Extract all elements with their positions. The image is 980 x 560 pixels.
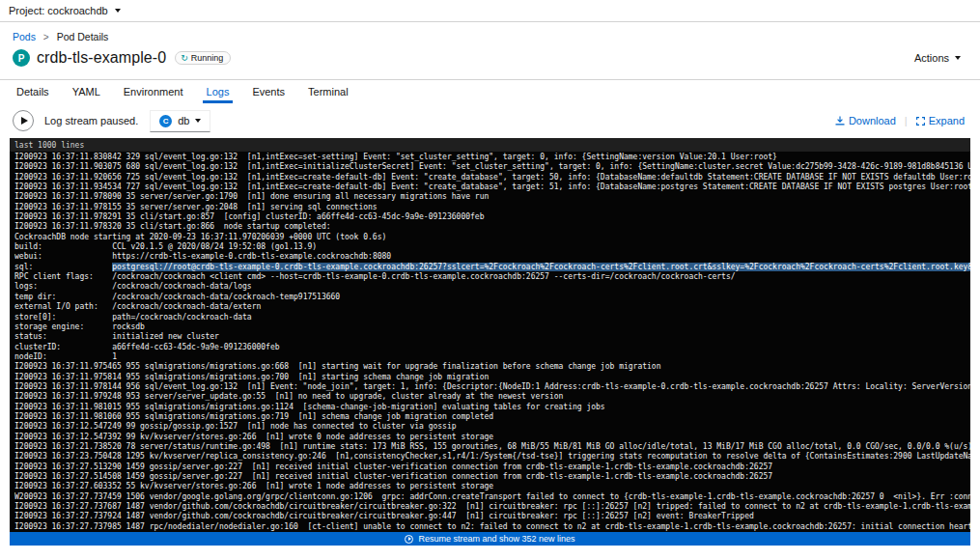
expand-icon [916, 117, 925, 126]
expand-button-label: Expand [929, 115, 965, 126]
log-stream-status-text: Log stream paused. [44, 115, 138, 126]
log-line: I200923 16:37:27.603352 55 kv/kvserver/s… [14, 482, 970, 491]
log-line: I200923 16:37:11.979248 953 server/serve… [14, 392, 970, 402]
log-line: I200923 16:37:11.934534 727 sql/event_lo… [14, 182, 970, 192]
status-badge-label: Running [191, 53, 224, 63]
log-line: sql: postgresql://root@crdb-tls-example-… [14, 263, 970, 272]
log-line: I200923 16:37:11.978320 35 cli/start.go:… [14, 222, 970, 232]
download-button[interactable]: Download [835, 115, 896, 126]
log-line: logs: /cockroach/cockroach-data/logs [14, 282, 970, 292]
log-line: status: initialized new cluster [14, 332, 970, 342]
download-button-label: Download [849, 115, 896, 126]
log-viewer[interactable]: last 1000 lines I200923 16:37:11.830842 … [10, 138, 970, 546]
log-line: W200923 16:37:27.737459 1506 vendor/goog… [14, 492, 970, 502]
log-toolbar: Log stream paused. C db Download | Expan… [0, 103, 980, 138]
log-line: storage engine: rocksdb [14, 322, 970, 332]
project-selector[interactable]: Project: cockroachdb [9, 5, 121, 16]
actions-dropdown-label: Actions [914, 52, 949, 64]
log-line: external I/O path: /cockroach/cockroach-… [14, 302, 970, 312]
log-line: I200923 16:37:11.830842 329 sql/event_lo… [14, 153, 970, 162]
chevron-down-icon [115, 9, 121, 13]
log-line: I200923 16:37:11.920656 725 sql/event_lo… [14, 173, 970, 182]
log-line: RPC client flags: /cockroach/cockroach <… [14, 272, 970, 282]
tab-environment[interactable]: Environment [120, 80, 187, 103]
expand-button[interactable]: Expand [916, 115, 965, 126]
pod-resource-badge: P [13, 49, 30, 67]
chevron-down-icon [195, 119, 201, 123]
log-line: I200923 16:37:12.547249 99 gossip/gossip… [14, 422, 970, 432]
play-circle-icon [405, 535, 413, 544]
page-title: crdb-tls-example-0 [37, 49, 166, 67]
log-line: I200923 16:37:11.981060 955 sqlmigration… [14, 412, 970, 422]
log-line: temp dir: /cockroach/cockroach-data/cock… [14, 293, 970, 302]
log-line: webui: https://crdb-tls-example-0.crdb-t… [14, 252, 970, 262]
breadcrumb: Pods > Pod Details [0, 22, 980, 43]
log-toolbar-right: Download | Expand [835, 115, 965, 126]
log-line: I200923 16:37:27.737985 1487 rpc/nodedia… [14, 522, 970, 532]
log-line: nodeID: 1 [14, 352, 970, 362]
log-line: I200923 16:37:27.737687 1487 vendor/gith… [14, 502, 970, 512]
log-line: CockroachDB node starting at 2020-09-23 … [14, 233, 970, 242]
breadcrumb-separator: > [43, 32, 49, 42]
tab-terminal[interactable]: Terminal [304, 80, 352, 103]
log-line: I200923 16:37:11.903075 680 sql/event_lo… [14, 162, 970, 172]
log-line: I200923 16:37:11.978090 35 server/server… [14, 192, 970, 202]
log-line: I200923 16:37:11.978144 956 sql/event_lo… [14, 382, 970, 392]
download-icon [835, 116, 845, 126]
tab-events[interactable]: Events [248, 80, 289, 103]
log-line-count-header: last 1000 lines [10, 138, 970, 152]
log-lines: I200923 16:37:11.830842 329 sql/event_lo… [10, 152, 970, 532]
log-line: I200923 16:37:11.978155 35 server/server… [14, 203, 970, 212]
container-selector-value: db [178, 115, 189, 126]
log-line: store[0]: path=/cockroach/cockroach-data [14, 313, 970, 322]
resume-log-stream-button[interactable] [13, 110, 34, 131]
container-selector[interactable]: C db [150, 110, 210, 132]
log-line: I200923 16:37:11.981015 955 sqlmigration… [14, 403, 970, 412]
container-badge-icon: C [159, 115, 172, 127]
tab-details[interactable]: Details [13, 80, 53, 103]
log-line: clusterID: a66ffe4d-cc63-45dc-9a9e-09123… [14, 343, 970, 352]
tab-bar: DetailsYAMLEnvironmentLogsEventsTerminal [0, 79, 980, 103]
tab-yaml[interactable]: YAML [69, 80, 104, 103]
project-selector-label: Project: cockroachdb [9, 5, 108, 16]
log-line: I200923 16:37:27.514508 1459 gossip/serv… [14, 472, 970, 482]
project-bar: Project: cockroachdb [0, 0, 980, 22]
page-header: P crdb-tls-example-0 ↻ Running Actions [0, 43, 980, 79]
log-line: I200923 16:37:27.513290 1459 gossip/serv… [14, 462, 970, 472]
log-line: I200923 16:37:21.738520 78 server/status… [14, 442, 970, 452]
toolbar-divider: | [905, 115, 908, 126]
log-line: I200923 16:37:11.975465 955 sqlmigration… [14, 362, 970, 372]
chevron-down-icon [955, 56, 961, 60]
tab-logs[interactable]: Logs [203, 80, 234, 103]
log-line: I200923 16:37:11.975814 955 sqlmigration… [14, 373, 970, 382]
log-line: I200923 16:37:23.750428 1295 kv/kvserver… [14, 452, 970, 462]
resume-stream-banner[interactable]: Resume stream and show 352 new lines [10, 532, 970, 546]
actions-dropdown[interactable]: Actions [914, 52, 961, 64]
breadcrumb-pods-link[interactable]: Pods [13, 31, 36, 42]
status-badge: ↻ Running [175, 51, 231, 65]
log-line: I200923 16:37:27.737924 1487 vendor/gith… [14, 512, 970, 521]
resume-stream-banner-label: Resume stream and show 352 new lines [418, 534, 574, 544]
log-line: I200923 16:37:12.547392 99 kv/kvserver/s… [14, 433, 970, 442]
log-line: build: CCL v20.1.5 @ 2020/08/24 19:52:08… [14, 242, 970, 252]
log-line: I200923 16:37:11.978291 35 cli/start.go:… [14, 212, 970, 222]
breadcrumb-current: Pod Details [57, 31, 109, 42]
sync-icon: ↻ [181, 54, 188, 63]
play-icon [21, 117, 28, 125]
